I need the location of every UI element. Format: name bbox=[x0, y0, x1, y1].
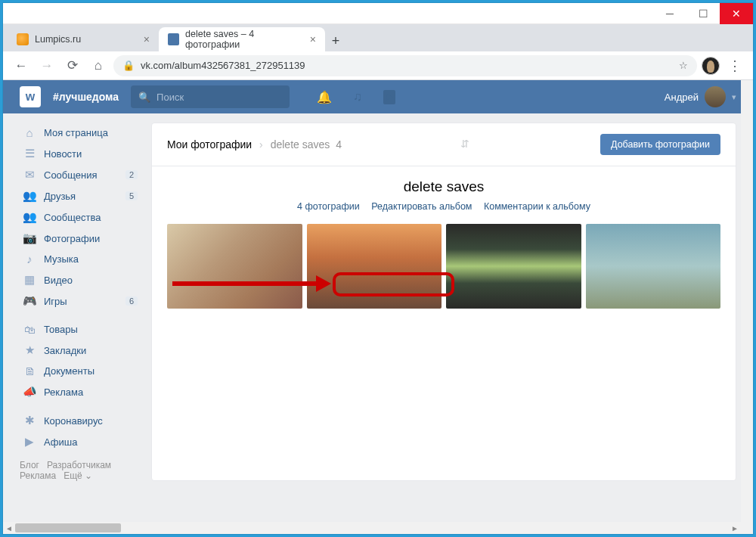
vk-logo[interactable]: w bbox=[20, 86, 41, 107]
album-links: 4 фотографии Редактировать альбом Коммен… bbox=[167, 201, 720, 212]
album-link-edit[interactable]: Редактировать альбом bbox=[371, 201, 472, 212]
sidebar-item-label: Закладки bbox=[44, 345, 86, 356]
play-icon[interactable]: ▶ bbox=[383, 90, 395, 104]
scroll-left-icon[interactable]: ◄ bbox=[3, 522, 15, 534]
album-title: delete saves bbox=[167, 178, 720, 195]
browser-tab-active[interactable]: delete saves – 4 фотографии × bbox=[159, 27, 325, 51]
sidebar-item-profile[interactable]: ⌂Моя страница bbox=[20, 123, 141, 143]
browser-menu-button[interactable]: ⋮ bbox=[724, 55, 745, 76]
sidebar-item-messages[interactable]: ✉Сообщения2 bbox=[20, 164, 141, 185]
forward-button[interactable]: → bbox=[36, 55, 57, 76]
sidebar-item-label: Документы bbox=[44, 365, 94, 377]
home-button[interactable]: ⌂ bbox=[88, 55, 109, 76]
photo-thumbnail[interactable] bbox=[167, 224, 302, 309]
vertical-scrollbar[interactable] bbox=[741, 80, 753, 522]
main-wrap: ⌂Моя страница ☰Новости ✉Сообщения2 👥Друз… bbox=[3, 113, 753, 490]
sidebar-item-market[interactable]: 🛍Товары bbox=[20, 319, 141, 340]
vk-hashtag[interactable]: #лучшедома bbox=[53, 91, 119, 103]
page-viewport: w #лучшедома 🔍 Поиск 🔔 ♫ ▶ Андрей ▾ ⌂Моя… bbox=[3, 80, 753, 534]
username: Андрей bbox=[665, 92, 699, 103]
music-icon: ♪ bbox=[23, 253, 36, 265]
sidebar-item-groups[interactable]: 👥Сообщества bbox=[20, 206, 141, 228]
search-placeholder: Поиск bbox=[156, 92, 184, 103]
vk-user-menu[interactable]: Андрей ▾ bbox=[665, 86, 736, 107]
play-icon: ▶ bbox=[23, 435, 36, 449]
profile-avatar[interactable] bbox=[702, 57, 720, 75]
sidebar-item-music[interactable]: ♪Музыка bbox=[20, 249, 141, 269]
photo-grid bbox=[167, 224, 720, 309]
photo-thumbnail[interactable] bbox=[446, 224, 581, 309]
chevron-right-icon: › bbox=[259, 138, 263, 151]
window-minimize[interactable]: ─ bbox=[653, 3, 686, 24]
bookmark-star-icon[interactable]: ☆ bbox=[679, 60, 688, 71]
friends-icon: 👥 bbox=[23, 189, 36, 203]
browser-tab[interactable]: Lumpics.ru × bbox=[8, 27, 159, 51]
add-photos-button[interactable]: Добавить фотографии bbox=[600, 134, 720, 155]
sidebar-item-games[interactable]: 🎮Игры6 bbox=[20, 290, 141, 312]
notifications-icon[interactable]: 🔔 bbox=[317, 90, 332, 104]
tab-title: delete saves – 4 фотографии bbox=[185, 29, 304, 50]
back-button[interactable]: ← bbox=[11, 55, 32, 76]
horizontal-scrollbar[interactable]: ◄ ► bbox=[3, 522, 741, 534]
sidebar-item-label: Сообщества bbox=[44, 212, 101, 223]
sidebar-item-label: Товары bbox=[44, 324, 78, 335]
album-link-count[interactable]: 4 фотографии bbox=[297, 201, 360, 212]
vk-header-icons: 🔔 ♫ ▶ bbox=[317, 90, 395, 104]
footer-link[interactable]: Реклама bbox=[20, 470, 56, 481]
sidebar-item-news[interactable]: ☰Новости bbox=[20, 143, 141, 164]
photo-thumbnail[interactable] bbox=[307, 224, 442, 309]
new-tab-button[interactable]: + bbox=[325, 30, 346, 51]
camera-icon: 📷 bbox=[23, 231, 36, 245]
sidebar-item-video[interactable]: ▦Видео bbox=[20, 269, 141, 290]
photo-thumbnail[interactable] bbox=[586, 224, 721, 309]
bag-icon: 🛍 bbox=[23, 323, 36, 336]
breadcrumb: Мои фотографии › delete saves 4 bbox=[167, 138, 342, 151]
sidebar-item-ads[interactable]: 📣Реклама bbox=[20, 381, 141, 402]
sort-icon[interactable]: ⇵ bbox=[460, 138, 474, 151]
sidebar-item-label: Музыка bbox=[44, 253, 79, 265]
footer-link[interactable]: Блог bbox=[20, 460, 39, 470]
browser-window: ─ ☐ ✕ Lumpics.ru × delete saves – 4 фото… bbox=[3, 3, 753, 534]
sidebar-item-label: Фотографии bbox=[44, 233, 100, 244]
sidebar-item-label: Афиша bbox=[44, 436, 77, 448]
footer-link[interactable]: Разработчикам bbox=[47, 460, 111, 470]
tab-close-icon[interactable]: × bbox=[310, 33, 316, 45]
music-icon[interactable]: ♫ bbox=[353, 90, 362, 104]
groups-icon: 👥 bbox=[23, 210, 36, 224]
content-header: Мои фотографии › delete saves 4 ⇵ Добави… bbox=[152, 123, 736, 166]
sidebar: ⌂Моя страница ☰Новости ✉Сообщения2 👥Друз… bbox=[20, 123, 141, 481]
window-close[interactable]: ✕ bbox=[720, 3, 753, 24]
window-maximize[interactable]: ☐ bbox=[686, 3, 720, 24]
star-icon: ★ bbox=[23, 343, 36, 357]
url-text: vk.com/album432567381_272951139 bbox=[141, 60, 305, 71]
sidebar-item-friends[interactable]: 👥Друзья5 bbox=[20, 185, 141, 206]
scrollbar-thumb[interactable] bbox=[15, 523, 121, 532]
url-input[interactable]: 🔒 vk.com/album432567381_272951139 ☆ bbox=[113, 55, 697, 76]
scrollbar-corner bbox=[741, 522, 753, 534]
sidebar-item-label: Сообщения bbox=[44, 169, 98, 181]
home-icon: ⌂ bbox=[23, 126, 36, 139]
reload-button[interactable]: ⟳ bbox=[62, 55, 83, 76]
message-icon: ✉ bbox=[23, 168, 36, 182]
sidebar-item-covid[interactable]: ✱Коронавирус bbox=[20, 410, 141, 431]
sidebar-item-label: Друзья bbox=[44, 191, 76, 202]
breadcrumb-root[interactable]: Мои фотографии bbox=[167, 138, 252, 151]
footer-link[interactable]: Ещё ⌄ bbox=[64, 470, 92, 481]
sidebar-item-docs[interactable]: 🗎Документы bbox=[20, 361, 141, 381]
album-link-comments[interactable]: Комментарии к альбому bbox=[484, 201, 590, 212]
search-input[interactable]: 🔍 Поиск bbox=[131, 85, 290, 108]
address-bar: ← → ⟳ ⌂ 🔒 vk.com/album432567381_27295113… bbox=[3, 51, 753, 80]
badge: 5 bbox=[125, 191, 138, 200]
avatar-icon bbox=[705, 86, 726, 107]
vk-header: w #лучшедома 🔍 Поиск 🔔 ♫ ▶ Андрей ▾ bbox=[3, 80, 753, 113]
document-icon: 🗎 bbox=[23, 365, 36, 377]
tab-close-icon[interactable]: × bbox=[144, 33, 150, 45]
sidebar-item-photos[interactable]: 📷Фотографии bbox=[20, 228, 141, 249]
chevron-down-icon: ▾ bbox=[732, 92, 736, 102]
sidebar-item-bookmarks[interactable]: ★Закладки bbox=[20, 340, 141, 361]
video-icon: ▦ bbox=[23, 273, 36, 287]
virus-icon: ✱ bbox=[23, 414, 36, 427]
scroll-right-icon[interactable]: ► bbox=[729, 522, 741, 534]
sidebar-item-label: Моя страница bbox=[44, 127, 108, 138]
sidebar-item-events[interactable]: ▶Афиша bbox=[20, 431, 141, 452]
